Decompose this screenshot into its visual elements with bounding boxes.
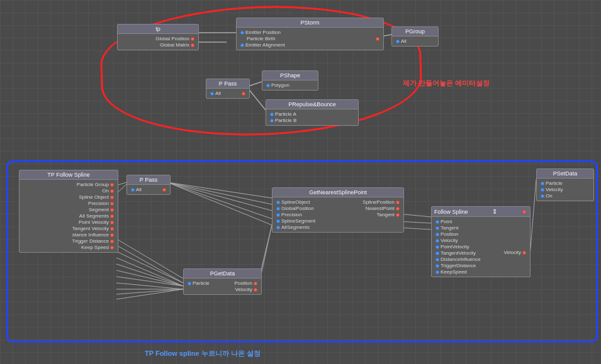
port-dot-point-velocity — [110, 221, 114, 224]
port-keep-speed-1: Keep Speed — [22, 245, 115, 250]
port-dot-pgroup — [396, 40, 400, 43]
port-dot-spline-segment-2 — [276, 219, 280, 223]
node-pgroup-title: PGroup — [392, 27, 438, 36]
port-dot-on-pset — [541, 194, 544, 198]
node-tp[interactable]: tp Global Position Global Matrix — [117, 24, 199, 50]
port-dot-all-segments-2 — [276, 226, 280, 229]
port-all-segments-1: All Segments — [22, 213, 115, 219]
svg-line-25 — [116, 283, 183, 289]
port-tangent-velocity-2: TangentVelocity — [434, 250, 481, 256]
korean-annotation-blue: TP Follow spline 누르니까 나온 설정 — [145, 349, 261, 358]
port-spline-segment-2: SplineSegment — [275, 218, 315, 224]
node-prepulse[interactable]: PRepulse&Bounce Particle A Particle B — [266, 99, 359, 126]
port-position-right: Position — [235, 280, 259, 286]
port-dot-point — [435, 220, 439, 224]
node-pgroup[interactable]: PGroup All — [391, 26, 439, 47]
port-dot-particle-group — [110, 183, 114, 187]
node-pstorm-title: PStorm — [237, 18, 383, 28]
port-dot-tangent-velocity-2 — [435, 251, 439, 255]
svg-line-28 — [116, 289, 183, 299]
port-dot-emitter-alignment — [240, 43, 244, 47]
port-precision-1: Precision — [22, 201, 115, 206]
port-dot-ppass-bottom — [131, 188, 135, 192]
port-all-segments-2: AllSegments — [275, 224, 315, 230]
port-ppass-top-all: All — [209, 91, 247, 96]
port-particle-2: Particle — [186, 280, 210, 286]
port-on-pset: On — [539, 193, 591, 199]
port-pgroup-left: All — [395, 38, 435, 44]
port-dot-stance-influence — [110, 233, 114, 237]
svg-line-19 — [116, 245, 183, 283]
port-dot-keep-speed-1 — [110, 246, 114, 250]
port-keep-speed-2: KeepSpeed — [434, 269, 481, 275]
port-dot-ppass-top — [210, 92, 214, 96]
port-dot-global-matrix — [191, 43, 194, 47]
node-tp-follow[interactable]: TP Follow Spline Particle Group On Splin… — [19, 170, 118, 253]
port-dot-trigger-distance-2 — [435, 264, 439, 268]
svg-line-18 — [116, 239, 183, 279]
port-dot-global-position-2 — [276, 207, 280, 211]
svg-line-24 — [116, 277, 183, 286]
node-pstorm[interactable]: PStorm Emitter Position Particle Birth E… — [236, 18, 384, 50]
port-dot-particle-b — [270, 119, 274, 123]
port-tangent-left: Tangent — [434, 225, 481, 231]
svg-line-21 — [116, 258, 183, 286]
port-segment-1: Segment — [22, 207, 115, 212]
port-dot-position-left — [435, 233, 439, 236]
port-pshape-polygon: Polygon — [265, 82, 315, 88]
node-pgetdata[interactable]: PGetData Particle Position Velocity — [183, 268, 262, 295]
port-particle-b: Particle B — [269, 118, 356, 123]
port-emitter-position: Emitter Position — [239, 30, 285, 35]
port-spline-object-2: SplineObject — [275, 199, 315, 205]
port-dot-precision-1 — [110, 202, 114, 206]
port-global-matrix: Global Matrix — [120, 42, 196, 48]
node-get-nearest[interactable]: GetNearestSplinePoint SplineObject Globa… — [272, 187, 404, 233]
port-nearest-point: NearestPoint — [362, 206, 401, 211]
node-follow-spline[interactable]: Follow Spline ⇕ Point Tangent Position V… — [431, 206, 531, 277]
port-dot-nearest-point — [396, 207, 400, 211]
svg-line-22 — [116, 264, 183, 286]
svg-line-10 — [167, 182, 272, 219]
port-tangent-velocity: Tangent Velocity — [22, 226, 115, 231]
port-trigger-distance-1: Trigger Distance — [22, 238, 115, 244]
node-pshape[interactable]: PShape Polygon — [262, 70, 318, 91]
port-dot-particle-a — [270, 113, 274, 116]
svg-line-27 — [116, 289, 183, 294]
svg-line-9 — [167, 182, 272, 211]
node-tp-follow-title: TP Follow Spline — [20, 170, 118, 180]
node-psetdata[interactable]: PSetData Particle Velocity On — [536, 168, 594, 201]
port-ppass-bottom-all: All — [130, 187, 167, 192]
port-dot-on-1 — [110, 189, 114, 193]
port-dot-trigger-distance-1 — [110, 240, 114, 243]
port-dot-velocity-right — [522, 251, 526, 255]
port-on-1: On — [22, 188, 115, 194]
port-dot-ppass-bottom-right — [162, 188, 166, 192]
node-pshape-title: PShape — [262, 71, 318, 80]
port-dot-spline-object-2 — [276, 201, 280, 204]
svg-line-7 — [167, 182, 272, 198]
node-ppass-bottom[interactable]: P Pass All — [126, 175, 171, 195]
port-velocity-left: Velocity — [434, 238, 481, 243]
port-velocity-pget: Velocity — [235, 287, 259, 292]
port-dot-position-right — [254, 282, 257, 285]
port-velocity-right: Velocity — [503, 250, 527, 255]
port-point-velocity-2: PointVelocity — [434, 244, 481, 250]
port-dot-all-segments-1 — [110, 214, 114, 218]
korean-annotation-red: 제가 만들어놓은 에미터설정 — [403, 79, 490, 88]
port-dot-segment-1 — [110, 208, 114, 212]
port-dot-distance-influence — [435, 258, 439, 262]
port-particle-birth-right — [374, 37, 381, 41]
port-emitter-alignment: Emitter Alignment — [239, 42, 285, 48]
svg-line-23 — [116, 270, 183, 286]
node-psetdata-title: PSetData — [537, 169, 593, 179]
port-dot-particle-2 — [188, 282, 191, 285]
port-particle-group: Particle Group — [22, 182, 115, 187]
port-dot-emitter-position — [240, 31, 244, 35]
node-ppass-top[interactable]: P Pass All — [206, 79, 250, 99]
port-dot-velocity-pget — [254, 288, 257, 292]
node-tp-title: tp — [118, 25, 198, 34]
port-distance-influence: DistanceInfluence — [434, 256, 481, 262]
port-point: Point — [434, 219, 481, 224]
svg-line-20 — [116, 251, 183, 283]
port-dot-spline-object — [110, 196, 114, 199]
